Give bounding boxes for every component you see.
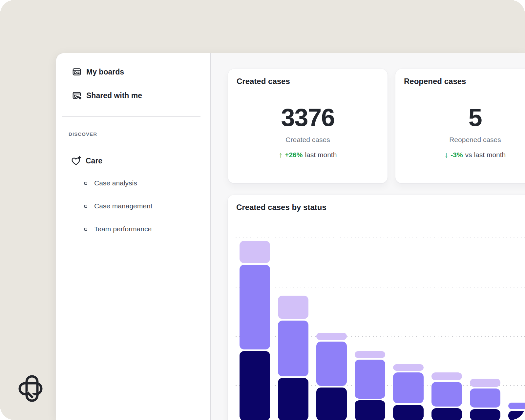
card-title: Reopened cases [404, 77, 466, 86]
sidebar-item-shared-with-me[interactable]: Shared with me [72, 90, 142, 101]
bar-7-segment-medium [470, 388, 500, 408]
sidebar-subitem-label: Case management [94, 202, 152, 210]
bar-7-segment-dark [470, 409, 500, 420]
bar-1-segment-dark [240, 351, 270, 420]
up-arrow-icon: ↑ [279, 151, 283, 159]
bar-8-segment-dark [508, 411, 525, 420]
brand-logo-icon [18, 375, 43, 402]
bar-3-segment-light [316, 333, 347, 340]
heart-plus-icon [71, 155, 82, 166]
sidebar-item-label: Shared with me [86, 91, 142, 100]
bar-2-segment-dark [278, 378, 308, 420]
bar-4-segment-medium [355, 360, 385, 399]
sidebar-item-my-boards[interactable]: My boards [72, 66, 124, 77]
bar-2-segment-light [278, 296, 308, 319]
stat-label: Created cases [228, 136, 388, 144]
sidebar: My boards Shared with me [56, 53, 211, 420]
bar-4-segment-dark [355, 400, 385, 420]
bar-5-segment-light [393, 364, 424, 371]
board-icon [72, 67, 82, 77]
sidebar-item-care[interactable]: Care [71, 155, 102, 167]
trend-percent: +26% [285, 151, 303, 159]
board-shared-icon [72, 91, 82, 100]
bar-5-segment-medium [393, 372, 424, 403]
bar-6-segment-dark [431, 408, 462, 420]
square-bullet-icon [84, 182, 87, 185]
bar-3-segment-dark [316, 388, 347, 420]
sidebar-item-label: My boards [86, 68, 124, 76]
stat-card-reopened-cases: Reopened cases 5 Reopened cases ↓ -3% vs… [395, 69, 525, 183]
chart-bars [228, 195, 525, 420]
bar-4-segment-light [355, 351, 385, 358]
bar-1-segment-medium [240, 265, 270, 349]
sidebar-divider [62, 116, 200, 117]
sidebar-item-label: Care [86, 157, 102, 165]
stat-trend: ↑ +26% last month [228, 151, 388, 159]
stat-card-created-cases: Created cases 3376 Created cases ↑ +26% … [228, 69, 388, 183]
trend-text: last month [305, 151, 337, 159]
chart-card-created-cases-by-status: Created cases by status [227, 195, 525, 420]
bar-5-segment-dark [393, 405, 424, 420]
stat-value: 3376 [228, 105, 388, 130]
stat-value: 5 [395, 105, 525, 130]
trend-text: vs last month [465, 151, 506, 159]
bar-6-segment-light [431, 372, 462, 380]
bar-3-segment-medium [316, 342, 347, 386]
sidebar-subitem-label: Case analysis [94, 179, 137, 187]
sidebar-subitem-team-performance[interactable]: Team performance [84, 224, 152, 234]
trend-percent: -3% [451, 151, 463, 159]
down-arrow-icon: ↓ [445, 151, 449, 159]
chart-plot-area [228, 195, 525, 420]
bar-2-segment-medium [278, 321, 308, 376]
sidebar-section-label: DISCOVER [69, 131, 97, 137]
app-window: My boards Shared with me [56, 53, 525, 420]
chart-gridline [236, 238, 525, 238]
bar-6-segment-medium [431, 382, 462, 407]
chart-gridline [236, 287, 525, 287]
sidebar-subitem-case-management[interactable]: Case management [84, 201, 152, 211]
page-background: My boards Shared with me [0, 0, 525, 420]
square-bullet-icon [84, 205, 87, 208]
square-bullet-icon [84, 228, 87, 231]
sidebar-subitem-case-analysis[interactable]: Case analysis [84, 178, 137, 188]
sidebar-subitem-label: Team performance [94, 225, 152, 233]
bar-7-segment-light [470, 379, 500, 387]
card-title: Created cases [237, 77, 290, 86]
stat-label: Reopened cases [395, 136, 525, 144]
bar-8-segment-medium [508, 403, 525, 409]
bar-1-segment-light [240, 241, 270, 263]
stat-trend: ↓ -3% vs last month [395, 151, 525, 159]
